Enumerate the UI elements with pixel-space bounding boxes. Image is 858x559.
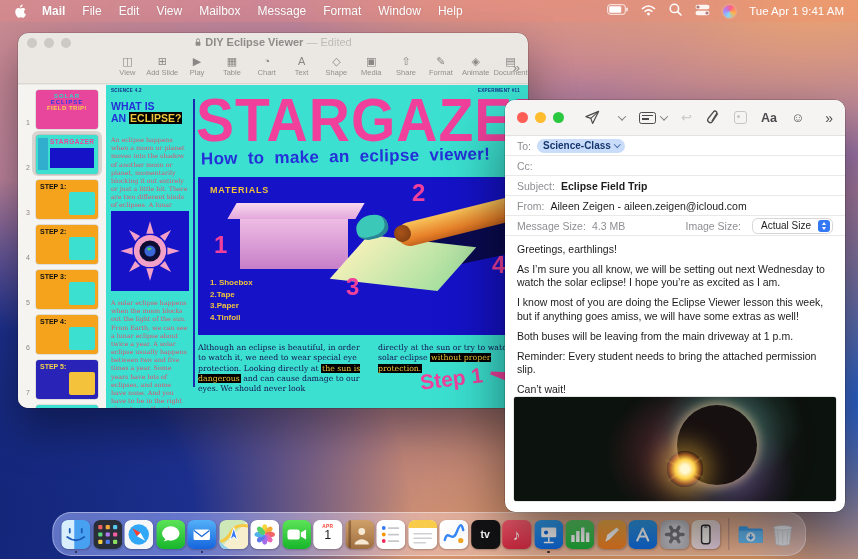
text-icon: A xyxy=(284,55,319,68)
eclipse-attachment-image[interactable] xyxy=(514,397,836,501)
running-indicator xyxy=(547,551,550,554)
slide-canvas[interactable]: SCIENCE 4.2 EXPERIMENT #11 WHAT IS AN EC… xyxy=(106,85,528,408)
subject-field[interactable]: Subject: Eclipse Field Trip xyxy=(505,176,845,196)
running-indicator xyxy=(201,551,204,554)
dock-icon-app-store[interactable] xyxy=(628,515,657,553)
slide-thumbnail-5[interactable]: 5 STEP 3: xyxy=(18,268,106,313)
image-size-select[interactable]: Actual Size xyxy=(752,218,833,234)
menu-help[interactable]: Help xyxy=(438,4,463,18)
toolbar-table-button[interactable]: ▦Table xyxy=(214,55,249,77)
keynote-window-title: DIY Eclipse Viewer — Edited xyxy=(18,36,528,48)
apple-menu-icon[interactable] xyxy=(14,4,26,18)
dock-icon-maps[interactable] xyxy=(219,515,248,553)
menu-mailbox[interactable]: Mailbox xyxy=(199,4,240,18)
slide-whatis-heading: WHAT IS AN ECLIPSE? xyxy=(111,100,182,124)
wifi-icon[interactable] xyxy=(641,4,656,19)
slide-thumbnail-8[interactable]: 8 DID YOU KNOW xyxy=(18,403,106,408)
menu-window[interactable]: Window xyxy=(378,4,421,18)
toolbar-play-button[interactable]: ▶Play xyxy=(180,55,215,77)
format-text-button[interactable]: Aa xyxy=(761,111,777,125)
toolbar-share-button[interactable]: ⇧Share xyxy=(389,55,424,77)
shoebox-lid-illustration xyxy=(227,203,364,219)
dock-icon-system-settings[interactable] xyxy=(660,515,689,553)
from-value: Aileen Zeigen - aileen.zeigen@icloud.com xyxy=(550,200,746,212)
attach-button[interactable] xyxy=(706,110,720,125)
slide-sun-illustration xyxy=(111,211,189,291)
siri-icon[interactable] xyxy=(723,5,736,18)
battery-icon[interactable] xyxy=(607,4,628,18)
toolbar-overflow-button[interactable]: » xyxy=(513,60,520,75)
dock-icon-keynote[interactable] xyxy=(534,515,563,553)
dock-icon-pages[interactable] xyxy=(597,515,626,553)
mail-toolbar: ↩ Aa ☺ » xyxy=(505,100,845,136)
spotlight-icon[interactable] xyxy=(669,3,682,19)
slide-thumbnail-1[interactable]: 1 SOLAR ECLIPSE FIELD TRIP! xyxy=(18,88,106,133)
mail-compose-window: ↩ Aa ☺ » To: Science-Class Cc: Subject: … xyxy=(505,100,845,512)
toolbar-text-button[interactable]: AText xyxy=(284,55,319,77)
menu-bar-clock[interactable]: Tue Apr 1 9:41 AM xyxy=(749,5,844,17)
toolbar-media-button[interactable]: ▣Media xyxy=(354,55,389,77)
menu-view[interactable]: View xyxy=(156,4,182,18)
toolbar-document-button[interactable]: ▤Document xyxy=(493,55,528,77)
toolbar-animate-button[interactable]: ◈Animate xyxy=(458,55,493,77)
dock-icon-music[interactable]: ♪ xyxy=(502,515,531,553)
dock-icon-trash[interactable] xyxy=(768,515,797,553)
toolbar-overflow-button[interactable]: » xyxy=(825,110,833,126)
cc-field[interactable]: Cc: xyxy=(505,156,845,176)
to-field[interactable]: To: Science-Class xyxy=(505,136,845,156)
toolbar-chart-button[interactable]: ◔Chart xyxy=(249,55,284,77)
close-button[interactable] xyxy=(517,112,528,123)
slide-thumbnail-2-selected[interactable]: 2 STARGAZER xyxy=(18,133,106,178)
send-options-chevron-icon[interactable] xyxy=(614,115,625,121)
reply-icon: ↩ xyxy=(681,111,692,124)
dock-icon-contacts[interactable] xyxy=(345,515,374,553)
keynote-edited-label: — Edited xyxy=(306,36,351,48)
dock-icon-notes[interactable] xyxy=(408,515,437,553)
menu-file[interactable]: File xyxy=(82,4,101,18)
menu-mail[interactable]: Mail xyxy=(42,4,65,18)
slide-thumbnail-7[interactable]: 7 STEP 5: xyxy=(18,358,106,403)
dock-icon-launchpad[interactable] xyxy=(93,515,122,553)
slide-caption-left: Although an eclipse is beautiful, in ord… xyxy=(198,343,366,394)
image-size-label: Image Size: xyxy=(686,220,741,232)
figure-number-4: 4 xyxy=(492,251,505,279)
dock-icon-calendar[interactable]: APR1 xyxy=(313,515,342,553)
slide-navigator: 1 SOLAR ECLIPSE FIELD TRIP! 2 STARGAZER … xyxy=(18,85,106,408)
toolbar-add-slide-button[interactable]: ⊞Add Slide xyxy=(145,55,180,77)
dock-icon-safari[interactable] xyxy=(124,515,153,553)
slide-thumbnail-3[interactable]: 3 STEP 1: xyxy=(18,178,106,223)
header-fields-button[interactable] xyxy=(639,112,667,124)
minimize-button[interactable] xyxy=(535,112,546,123)
send-button[interactable] xyxy=(585,110,600,125)
dock-icon-iphone-mirroring[interactable] xyxy=(691,515,720,553)
menu-edit[interactable]: Edit xyxy=(119,4,140,18)
dock-icon-messages[interactable] xyxy=(156,515,185,553)
dock-icon-finder[interactable] xyxy=(61,515,90,553)
figure-number-2: 2 xyxy=(412,179,425,207)
zoom-button[interactable] xyxy=(553,112,564,123)
dock-icon-reminders[interactable] xyxy=(376,515,405,553)
toolbar-view-button[interactable]: ◫View xyxy=(110,55,145,77)
eclipse-corona-glow xyxy=(514,397,836,501)
toolbar-shape-button[interactable]: ◇Shape xyxy=(319,55,354,77)
toolbar-format-button[interactable]: ✎Format xyxy=(423,55,458,77)
recipient-token[interactable]: Science-Class xyxy=(537,139,625,153)
control-center-icon[interactable] xyxy=(695,4,710,19)
dock-icon-numbers[interactable] xyxy=(565,515,594,553)
dock-icon-photos[interactable] xyxy=(250,515,279,553)
dock-icon-apple-tv[interactable]: tv xyxy=(471,515,500,553)
menu-message[interactable]: Message xyxy=(258,4,307,18)
body-paragraph: As I’m sure you all know, we will be set… xyxy=(517,263,833,289)
dock-icon-downloads[interactable] xyxy=(736,515,765,553)
from-field[interactable]: From: Aileen Zeigen - aileen.zeigen@iclo… xyxy=(505,196,845,216)
slide-thumbnail-4[interactable]: 4 STEP 2: xyxy=(18,223,106,268)
running-indicator xyxy=(75,551,78,554)
dock-icon-facetime[interactable] xyxy=(282,515,311,553)
dock-icon-mail[interactable] xyxy=(187,515,216,553)
slide-thumbnail-6[interactable]: 6 STEP 4: xyxy=(18,313,106,358)
menu-format[interactable]: Format xyxy=(323,4,361,18)
dock-icon-freeform[interactable] xyxy=(439,515,468,553)
animate-icon: ◈ xyxy=(458,55,493,68)
emoji-button[interactable]: ☺ xyxy=(791,111,804,124)
format-icon: ✎ xyxy=(423,55,458,68)
